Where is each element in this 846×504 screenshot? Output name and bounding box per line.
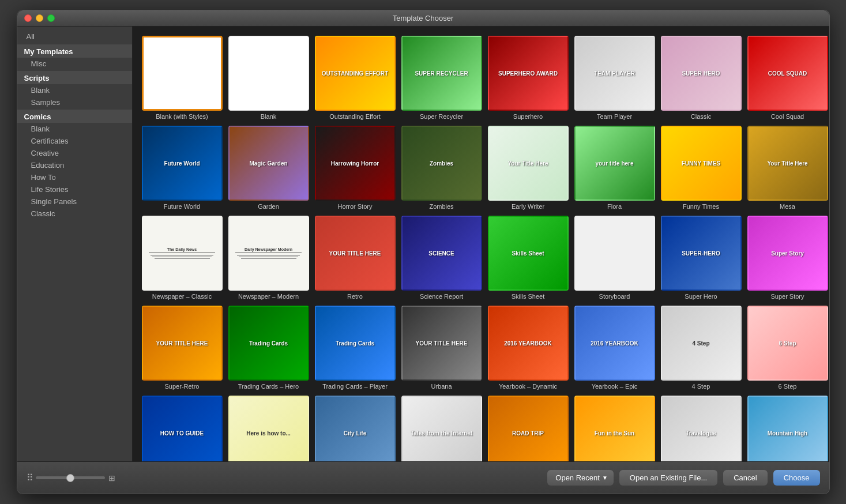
template-thumb-funny-times[interactable]: FUNNY TIMES <box>661 126 742 201</box>
sidebar-header-scripts[interactable]: Scripts <box>17 71 132 84</box>
open-recent-button[interactable]: Open Recent ▼ <box>547 470 614 486</box>
cancel-button[interactable]: Cancel <box>723 470 767 486</box>
template-thumb-yearbook-dynamic[interactable]: 2016 YEARBOOK <box>488 306 569 381</box>
sidebar-item-misc[interactable]: Misc <box>17 58 132 70</box>
template-item-early-writer[interactable]: Your Title HereEarly Writer <box>488 126 569 210</box>
template-item-super-story[interactable]: Super StorySuper Story <box>747 216 828 300</box>
template-thumb-internet-tales[interactable]: Tales from the Internet <box>401 396 482 461</box>
template-item-outstanding-effort[interactable]: OUTSTANDING EFFORTOutstanding Effort <box>315 36 396 120</box>
template-item-6-step[interactable]: 6 Step6 Step <box>747 306 828 390</box>
template-thumb-winter[interactable]: Mountain High <box>747 396 828 461</box>
maximize-button[interactable] <box>47 14 55 22</box>
template-thumb-trading-cards-hero[interactable]: Trading Cards <box>228 306 309 381</box>
sidebar-item-how-to[interactable]: How To <box>17 171 132 183</box>
template-item-mesa[interactable]: Your Title HereMesa <box>747 126 828 210</box>
template-thumb-team-player[interactable]: TEAM PLAYER <box>574 36 655 111</box>
template-item-super-recycler[interactable]: SUPER RECYCLERSuper Recycler <box>401 36 482 120</box>
template-item-travelogue[interactable]: TravelogueTravelogue <box>661 396 742 461</box>
template-item-superhero[interactable]: SUPERHERO AWARDSuperhero <box>488 36 569 120</box>
template-item-road-trip[interactable]: ROAD TRIPRoad Trip <box>488 396 569 461</box>
template-item-super-retro[interactable]: YOUR TITLE HERESuper-Retro <box>142 306 223 390</box>
template-thumb-trading-cards-player[interactable]: Trading Cards <box>315 306 396 381</box>
template-item-garden[interactable]: Magic GardenGarden <box>228 126 309 210</box>
template-thumb-skills-sheet[interactable]: Skills Sheet <box>488 216 569 291</box>
template-item-stickies[interactable]: Here is how to...Stickies <box>228 396 309 461</box>
template-item-urbana[interactable]: YOUR TITLE HEREUrbana <box>401 306 482 390</box>
sidebar-item-education[interactable]: Education <box>17 159 132 171</box>
template-thumb-retro[interactable]: YOUR TITLE HERE <box>315 216 396 291</box>
template-thumb-blue-orange[interactable]: HOW TO GUIDE <box>142 396 223 461</box>
template-item-yearbook-dynamic[interactable]: 2016 YEARBOOKYearbook – Dynamic <box>488 306 569 390</box>
template-item-cool-squad[interactable]: COOL SQUADCool Squad <box>747 36 828 120</box>
sidebar-item-blank-comics[interactable]: Blank <box>17 123 132 135</box>
template-item-retro[interactable]: YOUR TITLE HERERetro <box>315 216 396 300</box>
template-thumb-blank-styles[interactable] <box>142 36 223 111</box>
template-item-yearbook-epic[interactable]: 2016 YEARBOOKYearbook – Epic <box>574 306 655 390</box>
template-item-internet-tales[interactable]: Tales from the InternetInternet Tales <box>401 396 482 461</box>
template-thumb-classic[interactable]: SUPER HERO <box>661 36 742 111</box>
template-thumb-4-step[interactable]: 4 Step <box>661 306 742 381</box>
template-item-funny-times[interactable]: FUNNY TIMESFunny Times <box>661 126 742 210</box>
template-thumb-6-step[interactable]: 6 Step <box>747 306 828 381</box>
template-thumb-summer[interactable]: Fun in the Sun <box>574 396 655 461</box>
template-thumb-road-trip[interactable]: ROAD TRIP <box>488 396 569 461</box>
sidebar-item-single-panels[interactable]: Single Panels <box>17 195 132 208</box>
template-thumb-storyboard[interactable] <box>574 216 655 291</box>
template-thumb-early-writer[interactable]: Your Title Here <box>488 126 569 201</box>
template-item-future-world[interactable]: Future WorldFuture World <box>142 126 223 210</box>
template-thumb-travelogue[interactable]: Travelogue <box>661 396 742 461</box>
sidebar-item-life-stories[interactable]: Life Stories <box>17 183 132 195</box>
template-thumb-horror-story[interactable]: Harrowing Horror <box>315 126 396 201</box>
template-thumb-superhero[interactable]: SUPERHERO AWARD <box>488 36 569 111</box>
template-item-blue-orange[interactable]: HOW TO GUIDEBlue Orange <box>142 396 223 461</box>
sidebar-item-samples[interactable]: Samples <box>17 96 132 108</box>
template-item-storyboard[interactable]: Storyboard <box>574 216 655 300</box>
template-item-blank[interactable]: Blank <box>228 36 309 120</box>
template-thumb-urbana[interactable]: YOUR TITLE HERE <box>401 306 482 381</box>
template-thumb-super-hero[interactable]: SUPER-HERO <box>661 216 742 291</box>
template-thumb-newspaper-modern[interactable]: Daily Newspaper Modern <box>228 216 309 291</box>
template-item-zombies[interactable]: ZombiesZombies <box>401 126 482 210</box>
template-thumb-flora[interactable]: your title here <box>574 126 655 201</box>
choose-button[interactable]: Choose <box>773 470 820 486</box>
template-thumb-super-retro[interactable]: YOUR TITLE HERE <box>142 306 223 381</box>
template-item-flora[interactable]: your title hereFlora <box>574 126 655 210</box>
template-item-newspaper-classic[interactable]: The Daily NewsNewspaper – Classic <box>142 216 223 300</box>
close-button[interactable] <box>24 14 32 22</box>
template-item-winter[interactable]: Mountain HighWinter <box>747 396 828 461</box>
template-thumb-blank[interactable] <box>228 36 309 111</box>
template-item-trading-cards-hero[interactable]: Trading CardsTrading Cards – Hero <box>228 306 309 390</box>
template-item-blank-styles[interactable]: Blank (with Styles) <box>142 36 223 120</box>
sidebar-item-certificates[interactable]: Certificates <box>17 135 132 147</box>
template-item-summer[interactable]: Fun in the SunSummer <box>574 396 655 461</box>
sidebar-item-creative[interactable]: Creative <box>17 147 132 159</box>
template-thumb-cool-squad[interactable]: COOL SQUAD <box>747 36 828 111</box>
minimize-button[interactable] <box>36 14 43 22</box>
template-item-science-report[interactable]: SCIENCEScience Report <box>401 216 482 300</box>
sidebar-item-blank-scripts[interactable]: Blank <box>17 84 132 96</box>
size-slider-thumb[interactable] <box>66 474 74 482</box>
template-item-classic[interactable]: SUPER HEROClassic <box>661 36 742 120</box>
template-thumb-newspaper-classic[interactable]: The Daily News <box>142 216 223 291</box>
sidebar-header-comics[interactable]: Comics <box>17 110 132 123</box>
template-thumb-yearbook-epic[interactable]: 2016 YEARBOOK <box>574 306 655 381</box>
size-slider[interactable] <box>36 476 105 479</box>
template-item-team-player[interactable]: TEAM PLAYERTeam Player <box>574 36 655 120</box>
sidebar-header-my-templates[interactable]: My Templates <box>17 44 132 58</box>
template-item-super-hero[interactable]: SUPER-HEROSuper Hero <box>661 216 742 300</box>
template-item-horror-story[interactable]: Harrowing HorrorHorror Story <box>315 126 396 210</box>
open-existing-button[interactable]: Open an Existing File... <box>619 470 717 486</box>
template-item-city-life[interactable]: City LifeCity Life <box>315 396 396 461</box>
template-thumb-super-recycler[interactable]: SUPER RECYCLER <box>401 36 482 111</box>
template-thumb-city-life[interactable]: City Life <box>315 396 396 461</box>
template-thumb-future-world[interactable]: Future World <box>142 126 223 201</box>
template-thumb-zombies[interactable]: Zombies <box>401 126 482 201</box>
template-thumb-outstanding-effort[interactable]: OUTSTANDING EFFORT <box>315 36 396 111</box>
template-thumb-super-story[interactable]: Super Story <box>747 216 828 291</box>
template-item-skills-sheet[interactable]: Skills SheetSkills Sheet <box>488 216 569 300</box>
sidebar-item-classic[interactable]: Classic <box>17 208 132 220</box>
template-item-4-step[interactable]: 4 Step4 Step <box>661 306 742 390</box>
template-thumb-science-report[interactable]: SCIENCE <box>401 216 482 291</box>
template-item-newspaper-modern[interactable]: Daily Newspaper ModernNewspaper – Modern <box>228 216 309 300</box>
template-item-trading-cards-player[interactable]: Trading CardsTrading Cards – Player <box>315 306 396 390</box>
